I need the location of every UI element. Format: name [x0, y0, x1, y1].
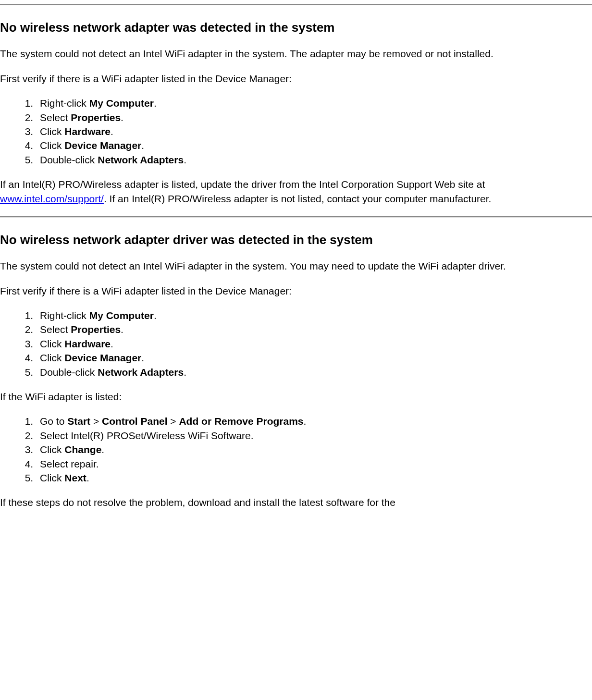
section-2-para-4: If these steps do not resolve the proble…	[0, 495, 592, 509]
section-2-steps-b: Go to Start > Control Panel > Add or Rem…	[0, 414, 592, 485]
list-item: Click Hardware.	[36, 337, 592, 351]
section-1-para-1: The system could not detect an Intel WiF…	[0, 47, 592, 61]
divider	[0, 216, 592, 218]
section-2-steps-a: Right-click My Computer. Select Properti…	[0, 308, 592, 379]
list-item: Select repair.	[36, 457, 592, 471]
list-item: Select Properties.	[36, 111, 592, 124]
list-item: Click Next.	[36, 471, 592, 485]
list-item: Click Hardware.	[36, 124, 592, 138]
section-2-heading: No wireless network adapter driver was d…	[0, 231, 592, 248]
list-item: Click Change.	[36, 442, 592, 456]
list-item: Select Intel(R) PROSet/Wireless WiFi Sof…	[36, 429, 592, 442]
section-1-para-3: If an Intel(R) PRO/Wireless adapter is l…	[0, 177, 592, 206]
section-2-para-3: If the WiFi adapter is listed:	[0, 390, 592, 404]
section-1-para-2: First verify if there is a WiFi adapter …	[0, 72, 592, 86]
list-item: Double-click Network Adapters.	[36, 365, 592, 379]
list-item: Select Properties.	[36, 322, 592, 336]
section-2-para-2: First verify if there is a WiFi adapter …	[0, 284, 592, 298]
section-1-steps: Right-click My Computer. Select Properti…	[0, 96, 592, 167]
list-item: Right-click My Computer.	[36, 96, 592, 110]
list-item: Right-click My Computer.	[36, 308, 592, 322]
list-item: Double-click Network Adapters.	[36, 153, 592, 167]
intel-support-link[interactable]: www.intel.com/support/	[0, 193, 104, 204]
section-2-para-1: The system could not detect an Intel WiF…	[0, 259, 592, 273]
divider	[0, 4, 592, 5]
list-item: Go to Start > Control Panel > Add or Rem…	[36, 414, 592, 428]
section-1-heading: No wireless network adapter was detected…	[0, 19, 592, 36]
list-item: Click Device Manager.	[36, 351, 592, 365]
list-item: Click Device Manager.	[36, 138, 592, 152]
